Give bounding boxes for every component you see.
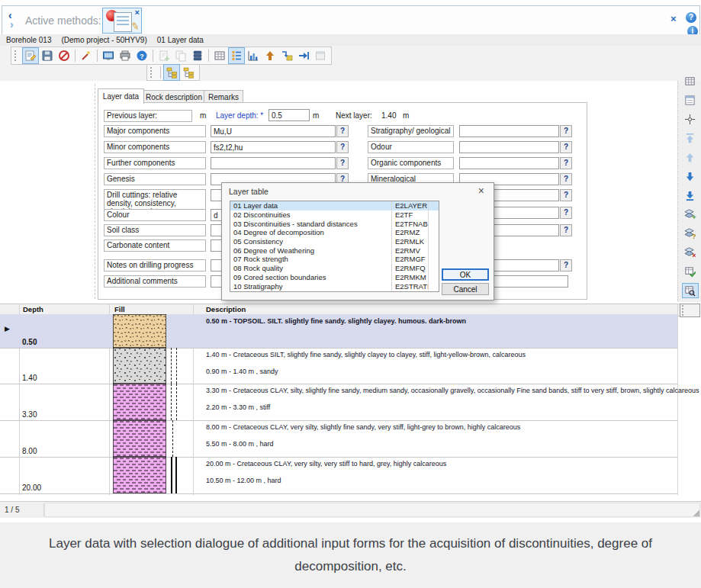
layer-row[interactable]: ▶ 0.50 0.50 m - TOPSOIL. SILT. slightly …	[0, 314, 677, 349]
close-icon[interactable]: ×	[478, 185, 484, 197]
help-button[interactable]: ?	[336, 125, 349, 137]
field-label: Carbonate content	[104, 239, 206, 252]
help-icon[interactable]	[133, 47, 150, 64]
fill-pattern-clay	[113, 457, 166, 493]
list-item[interactable]: 01 Layer dataE2LAYER	[230, 201, 439, 210]
list-item[interactable]: 03 Discontinuities - standard distancesE…	[230, 219, 439, 228]
transfer-icon[interactable]	[295, 47, 312, 64]
close-method-icon[interactable]: ×	[135, 8, 140, 17]
layer-description: 20.00 m - Cretaceous CLAY, very silty, v…	[206, 460, 446, 468]
layer-description: 8.00 m - Cretaceous CLAY, very silty, sl…	[206, 423, 520, 431]
ok-button[interactable]: OK	[442, 268, 489, 281]
copy-layer-icon[interactable]: ?	[682, 226, 699, 241]
further-components-input[interactable]	[211, 157, 336, 169]
layer-row[interactable]: 8.00 8.00 m - Cretaceous CLAY, very silt…	[0, 420, 677, 458]
insert-layer-icon[interactable]: +	[682, 207, 699, 222]
close-icon[interactable]: ×	[670, 13, 677, 24]
list-item[interactable]: 10 StratigraphyE2STRATI	[230, 281, 439, 291]
help-button[interactable]: ?	[560, 173, 572, 185]
list-item[interactable]: 06 Degree of WeatheringE2RMV	[230, 246, 439, 255]
help-button[interactable]: ?	[560, 207, 572, 219]
append-record-icon[interactable]	[156, 47, 172, 64]
next-layer-value: 1.40	[381, 111, 396, 120]
chart-view-icon[interactable]	[245, 47, 262, 64]
record-navigation-toolbar: + ? ×	[680, 73, 699, 298]
field-label: Genesis	[104, 173, 206, 185]
list-item[interactable]: 02 DiscontinuitiesE2TF	[230, 210, 439, 220]
stratigraphy-input[interactable]	[459, 125, 559, 137]
last-record-icon[interactable]	[682, 188, 699, 203]
nav-forward-icon[interactable]: ›	[10, 20, 14, 29]
project-title: (Demo project - 50HYV9)	[62, 36, 147, 44]
cancel-button[interactable]: Cancel	[442, 283, 489, 295]
main-toolbar	[11, 47, 332, 65]
fill-pattern-clay	[113, 420, 166, 457]
field-label: Notes on drilling progress	[104, 259, 206, 272]
toolbar-grip[interactable]	[14, 50, 20, 61]
list-item[interactable]: 07 Rock strengthE2RMGF	[230, 255, 439, 264]
toolbar-grip[interactable]	[150, 67, 156, 78]
fill-pattern-topsoil	[113, 314, 166, 348]
record-form-icon[interactable]	[682, 92, 699, 108]
list-item[interactable]: 09 Cored section boundariesE2RMKM	[230, 273, 439, 282]
layer-row[interactable]: 3.30 3.30 m - Cretaceous CLAY, silty, sl…	[0, 384, 677, 421]
layer-description: 3.30 m - Cretaceous CLAY, silty, slightl…	[206, 387, 699, 394]
apply-table-icon[interactable]	[682, 264, 699, 279]
first-record-icon[interactable]	[682, 130, 699, 146]
table-view-icon[interactable]	[211, 47, 228, 64]
layer-row[interactable]: 20.00 20.00 m - Cretaceous CLAY, very si…	[0, 457, 677, 494]
panel-splitter[interactable]	[95, 84, 96, 299]
list-view-icon[interactable]	[228, 47, 245, 64]
screen-icon[interactable]	[100, 47, 117, 64]
help-button[interactable]: ?	[560, 224, 572, 236]
help-icon[interactable]: ?	[686, 12, 696, 23]
resize-grip[interactable]	[693, 510, 699, 516]
help-button[interactable]: ?	[560, 259, 572, 272]
active-method-tile[interactable]: ✎ ×	[102, 8, 142, 34]
help-button[interactable]: ?	[560, 189, 572, 201]
export-icon[interactable]	[278, 47, 295, 64]
layer-row[interactable]: 1.40 1.40 m - Cretaceous SILT, slightly …	[0, 348, 677, 384]
goto-record-icon[interactable]	[682, 111, 699, 127]
layer-grid: Depth Fill Description ▶ 0.50 0.50 m - T…	[0, 302, 701, 501]
next-record-icon[interactable]	[682, 169, 699, 184]
layer-description: 0.50 m - TOPSOIL. SILT. slightly fine sa…	[206, 317, 466, 325]
print-icon[interactable]	[117, 47, 133, 64]
tree-flat-icon[interactable]	[180, 64, 197, 81]
upload-icon[interactable]	[262, 47, 278, 64]
help-button[interactable]: ?	[560, 141, 572, 153]
delete-layer-icon[interactable]: ×	[682, 245, 699, 260]
copy-record-icon[interactable]	[172, 47, 189, 64]
odour-input[interactable]	[459, 141, 559, 153]
previous-unit: m	[200, 111, 206, 120]
help-button[interactable]: ?	[336, 157, 349, 169]
grid-splitter-handle[interactable]	[680, 304, 700, 317]
list-item[interactable]: 04 Degree of decompositionE2RMZ	[230, 228, 439, 237]
help-button[interactable]: ?	[336, 141, 349, 153]
next-layer-label: Next layer:	[336, 111, 372, 120]
help-button[interactable]: ?	[560, 157, 572, 169]
minor-components-input[interactable]	[211, 141, 336, 153]
tab-layer-data[interactable]: Layer data	[98, 88, 144, 104]
organic-components-input[interactable]	[459, 157, 559, 169]
application-window: ‹ › Active methods: ✎ × × ? i Borehole 0…	[0, 0, 701, 588]
major-components-input[interactable]	[211, 125, 336, 137]
tree-structure-icon[interactable]	[163, 64, 180, 81]
list-item[interactable]: 05 ConsistencyE2RMLK	[230, 237, 439, 246]
dialog-title: Layer table	[229, 187, 269, 196]
save-icon[interactable]	[39, 47, 56, 64]
search-table-icon[interactable]	[682, 283, 699, 298]
records-table-icon[interactable]	[682, 73, 699, 88]
help-button[interactable]: ?	[560, 125, 572, 137]
database-icon[interactable]	[189, 47, 206, 64]
wand-icon[interactable]	[78, 47, 95, 64]
caption-line: decomposition, etc.	[15, 555, 687, 578]
active-methods-bar: ‹ › Active methods: ✎ × × ? i	[2, 5, 700, 35]
list-item[interactable]: 08 Rock qualityE2RMFQ	[230, 264, 439, 273]
window-icon[interactable]	[312, 47, 329, 64]
edit-record-icon[interactable]	[22, 47, 39, 64]
field-label: Stratigraphy/ geological name	[368, 125, 454, 137]
cancel-icon[interactable]	[56, 47, 72, 64]
previous-record-icon[interactable]	[682, 149, 699, 165]
layer-depth-input[interactable]	[269, 109, 310, 121]
